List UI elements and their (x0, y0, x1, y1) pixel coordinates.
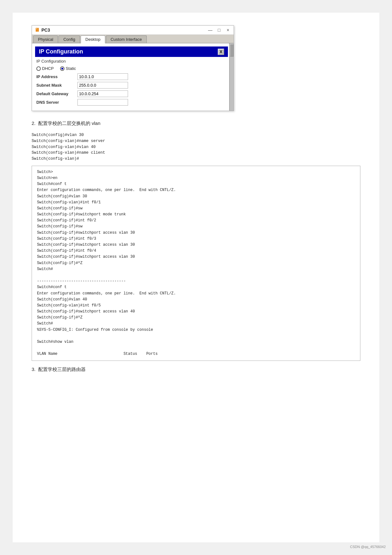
ip-config-header: IP Configuration X (35, 46, 228, 57)
ip-config-radio-row: DHCP Static (35, 66, 228, 71)
dhcp-option[interactable]: DHCP (36, 66, 54, 71)
code-box-1: Switch> Switch>en Switch#conf t Enter co… (32, 166, 360, 361)
pc3-content: IP Configuration X IP Configuration DHCP… (32, 43, 234, 111)
static-radio[interactable] (60, 66, 64, 71)
scrollbar[interactable] (229, 43, 234, 111)
subnet-mask-input[interactable] (77, 82, 128, 89)
static-label: Static (66, 66, 76, 71)
section-3: 3. 配置学校三层的路由器 (32, 367, 360, 373)
subnet-mask-row: Subnet Mask (35, 82, 228, 89)
ip-address-label: IP Address (36, 74, 77, 79)
ip-address-input[interactable] (77, 73, 128, 80)
tab-physical[interactable]: Physical (33, 35, 58, 43)
maximize-button[interactable]: □ (216, 27, 222, 33)
subnet-mask-label: Subnet Mask (36, 83, 77, 88)
section-3-text: 3. 配置学校三层的路由器 (32, 367, 360, 373)
default-gateway-row: Default Gateway (35, 90, 228, 97)
pc3-window: 🖥 PC3 — □ × Physical Config Desktop Cust… (32, 25, 234, 111)
default-gateway-label: Default Gateway (36, 91, 77, 96)
watermark: CSDN @qq_45766042 (350, 545, 386, 549)
ip-config-title: IP Configuration (39, 48, 83, 55)
code-block-1: Switch(config)#vlan 30 Switch(config-vla… (32, 132, 360, 162)
ip-config-subtitle: IP Configuration (35, 59, 228, 64)
tab-custom-interface[interactable]: Custom Interface (106, 35, 147, 43)
pc3-app-icon: 🖥 (34, 27, 40, 33)
section-2: 2. 配置学校的二层交换机的 vlan (32, 120, 360, 126)
dhcp-radio[interactable] (36, 66, 41, 71)
pc3-titlebar: 🖥 PC3 — □ × (32, 26, 234, 35)
tab-desktop[interactable]: Desktop (81, 35, 105, 43)
static-option[interactable]: Static (60, 66, 76, 71)
pc3-window-controls: — □ × (207, 27, 231, 33)
close-window-button[interactable]: × (225, 27, 231, 33)
pc3-tabs: Physical Config Desktop Custom Interface (32, 35, 234, 43)
default-gateway-input[interactable] (77, 90, 128, 97)
pc3-title: PC3 (41, 28, 50, 33)
dhcp-label: DHCP (42, 66, 54, 71)
section-2-text: 2. 配置学校的二层交换机的 vlan (32, 120, 360, 126)
page-wrapper: 🖥 PC3 — □ × Physical Config Desktop Cust… (13, 13, 379, 542)
ip-config-close-button[interactable]: X (218, 49, 224, 55)
dns-server-input[interactable] (77, 99, 128, 106)
pc3-title-left: 🖥 PC3 (34, 27, 50, 33)
ip-address-row: IP Address (35, 73, 228, 80)
minimize-button[interactable]: — (207, 27, 213, 33)
dns-server-label: DNS Server (36, 100, 77, 105)
dns-server-row: DNS Server (35, 99, 228, 106)
scrollbar-thumb[interactable] (230, 44, 234, 57)
tab-config[interactable]: Config (58, 35, 80, 43)
ip-config-panel: IP Configuration X IP Configuration DHCP… (35, 46, 228, 106)
